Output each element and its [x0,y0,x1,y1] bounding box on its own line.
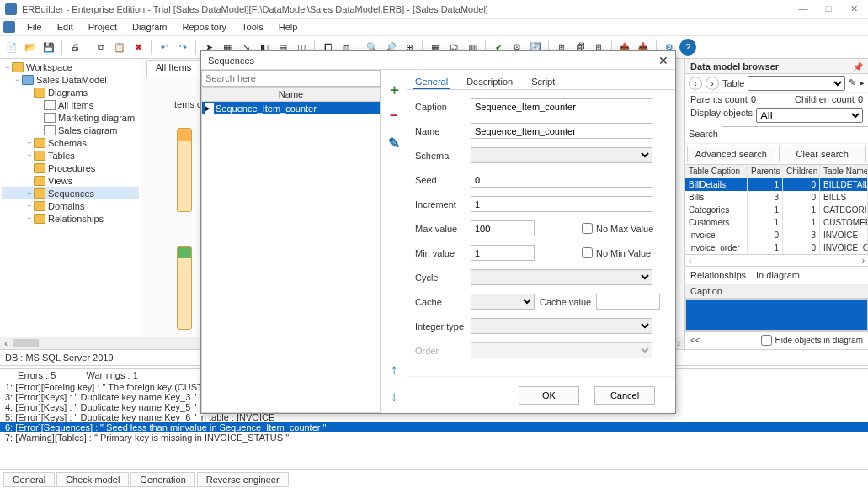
relationships-caption-header: Caption [685,284,868,299]
no-min-checkbox[interactable]: No Min Value [582,247,651,258]
table-row[interactable]: Customers11CUSTOMERS [685,216,868,229]
tree-diagram-allitems[interactable]: All Items [2,98,139,111]
seed-input[interactable] [471,172,652,188]
dlg-tab-general[interactable]: General [413,75,450,89]
tree-relationships[interactable]: +Relationships [2,212,139,225]
no-max-checkbox[interactable]: No Max Value [582,223,653,234]
delete-icon[interactable]: ✖ [130,39,146,56]
relationships-list[interactable] [685,299,868,331]
table-row[interactable]: Invoice_order10INVOICE_O [685,241,868,254]
menu-repository[interactable]: Repository [176,20,234,34]
table-row[interactable]: Categories11CATEGORIES [685,204,868,216]
menu-help[interactable]: Help [272,20,305,34]
dlg-tab-script[interactable]: Script [530,75,556,89]
increment-input[interactable] [471,196,652,212]
integer-type-select[interactable] [471,318,652,334]
tree-procedures[interactable]: Procedures [2,162,139,174]
btab-reverse-engineer[interactable]: Reverse engineer [197,472,289,487]
system-menu-icon[interactable] [3,21,15,33]
menu-edit[interactable]: Edit [51,20,80,34]
menu-file[interactable]: File [20,20,49,34]
schema-select[interactable] [471,147,652,163]
cache-value-input[interactable] [596,294,660,310]
sequence-list[interactable]: Sequence_Item_counter [201,102,381,413]
warnings-count: Warnings : 1 [86,370,137,380]
children-count-label: Children count [795,94,855,104]
close-button[interactable]: ✕ [844,3,863,14]
copy-icon[interactable]: ⧉ [93,39,109,56]
error-row[interactable]: 7: [Warning][Tables] : " Primary key is … [0,432,868,443]
cache-select[interactable] [471,294,535,310]
maximize-button[interactable]: □ [819,3,838,14]
menubar: File Edit Project Diagram Repository Too… [0,19,868,35]
hide-objects-checkbox[interactable]: Hide objects in diagram [761,335,864,346]
tree-model[interactable]: −Sales DataModel [2,73,139,86]
new-icon[interactable]: 📄 [3,39,20,56]
name-input[interactable] [471,123,652,139]
tree-diagram-sales[interactable]: Sales diagram [2,124,139,136]
browser-search-label: Search [689,129,718,139]
pin-icon[interactable] [853,61,863,72]
sequence-search-input[interactable] [201,70,381,87]
browser-search-input[interactable] [722,126,868,141]
display-objects-select[interactable]: All [756,108,863,123]
add-sequence-icon[interactable]: ＋ [386,82,402,97]
browser-table-select[interactable] [748,76,845,91]
minimize-button[interactable]: — [794,3,812,14]
tree-views[interactable]: Views [2,174,139,187]
move-down-icon[interactable]: ↓ [386,390,402,405]
menu-diagram[interactable]: Diagram [125,20,174,34]
table-row[interactable]: BillDetails10BILLDETAILS [685,178,868,191]
table-row[interactable]: Bills30BILLS [685,191,868,204]
tree-tables[interactable]: +Tables [2,149,139,162]
diagram-entity-2[interactable] [177,246,192,330]
cycle-select[interactable] [471,269,652,285]
tree-schemas[interactable]: +Schemas [2,136,139,149]
paste-icon[interactable]: 📋 [111,39,128,56]
error-row[interactable]: 6: [Error][Sequences] : " Seed less than… [0,422,868,432]
clear-search-button[interactable]: Clear search [779,146,867,162]
edit-icon[interactable]: ✎ [849,77,856,88]
browser-grid-header: Table Caption Parents Children Table Nam… [685,164,868,178]
min-input[interactable] [471,245,535,261]
dialog-close-icon[interactable]: ✕ [658,54,668,67]
goto-icon[interactable]: ▸ [860,77,865,88]
undo-icon[interactable]: ↶ [156,39,173,56]
advanced-search-button[interactable]: Advanced search [687,146,775,162]
nav-back-icon[interactable]: ‹ [689,77,702,90]
tree-domains[interactable]: +Domains [2,199,139,212]
edit-sequence-icon[interactable]: ✎ [386,135,402,151]
save-icon[interactable]: 💾 [40,39,57,56]
subtab-relationships[interactable]: Relationships [690,270,746,280]
move-up-icon[interactable]: ↑ [386,363,402,378]
cancel-button[interactable]: Cancel [594,386,655,405]
table-row[interactable]: Invoice03INVOICE [685,229,868,241]
redo-icon[interactable]: ↷ [174,39,191,56]
menu-project[interactable]: Project [82,20,124,34]
dlg-tab-description[interactable]: Description [465,75,514,89]
print-icon[interactable]: 🖨 [67,39,83,56]
children-count-value: 0 [858,94,863,104]
tree-sequences[interactable]: +Sequences [2,187,139,199]
menu-tools[interactable]: Tools [235,20,270,34]
subtab-in-diagram[interactable]: In diagram [756,270,800,280]
sequence-list-item[interactable]: Sequence_Item_counter [202,102,380,114]
tab-all-items[interactable]: All Items [146,60,200,77]
browser-hscroll[interactable]: ‹› [685,254,868,266]
diagram-entity-1[interactable] [177,128,192,212]
max-input[interactable] [471,220,535,236]
ok-button[interactable]: OK [519,386,579,405]
btab-check-model[interactable]: Check model [56,472,129,487]
nav-fwd-icon[interactable]: › [706,77,719,90]
name-label: Name [415,126,471,136]
caption-input[interactable] [471,98,652,114]
tree-diagram-marketing[interactable]: Marketing diagram [2,111,139,124]
open-icon[interactable]: 📂 [22,39,39,56]
help-icon[interactable]: ? [679,39,696,56]
remove-sequence-icon[interactable]: − [386,109,402,124]
btab-generation[interactable]: Generation [130,472,194,487]
btab-general[interactable]: General [3,472,55,487]
tree-diagrams[interactable]: −Diagrams [2,86,139,98]
browser-nav-prev[interactable]: << [690,336,700,345]
tree-workspace[interactable]: −Workspace [2,61,139,73]
